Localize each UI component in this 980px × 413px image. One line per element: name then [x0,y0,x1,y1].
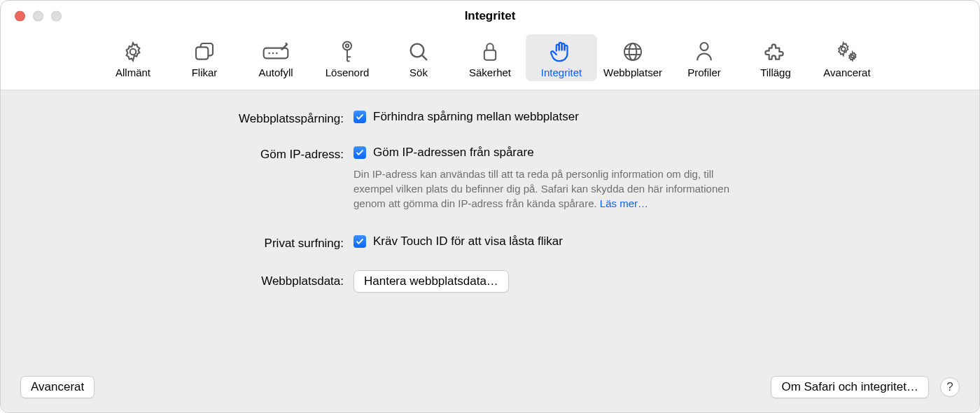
gear-icon [122,38,144,65]
preferences-toolbar: Allmänt Flikar [1,31,979,90]
window-controls [15,11,62,22]
close-window-button[interactable] [15,11,25,22]
svg-point-0 [130,49,136,55]
tab-tabs[interactable]: Flikar [169,34,240,81]
zoom-window-button[interactable] [51,11,62,22]
svg-point-10 [624,43,641,60]
puzzle-icon [764,38,787,65]
svg-point-13 [841,47,846,51]
require-touchid-label: Kräv Touch ID för att visa låsta flikar [373,234,563,248]
tab-general[interactable]: Allmänt [97,34,169,81]
hide-ip-description: Din IP-adress kan användas till att ta r… [354,167,746,211]
svg-rect-1 [196,47,208,59]
globe-icon [622,38,644,65]
lock-icon [480,38,500,65]
learn-more-link[interactable]: Läs mer… [600,197,648,209]
tab-label: Lösenord [326,66,370,78]
prevent-tracking-label: Förhindra spårning mellan webbplatser [373,110,579,124]
gears-icon [835,38,859,65]
autofill-icon [262,38,290,65]
content-area: Webbplatsspårning: Förhindra spårning me… [1,90,979,412]
minimize-window-button[interactable] [33,11,43,22]
tab-label: Allmänt [115,66,150,78]
svg-point-12 [700,43,708,50]
private-browsing-label: Privat surfning: [1,234,344,251]
require-touchid-checkbox[interactable] [354,235,366,248]
tab-label: Autofyll [258,66,293,78]
search-icon [407,38,430,65]
tab-websites[interactable]: Webbplatser [597,34,668,81]
prevent-tracking-checkbox[interactable] [354,111,366,123]
tab-profiles[interactable]: Profiler [668,34,740,81]
help-button[interactable]: ? [940,377,960,397]
tab-label: Säkerhet [469,66,511,78]
tab-label: Webbplatser [603,66,662,78]
tab-label: Profiler [687,66,721,78]
person-icon [694,38,715,65]
hand-icon [550,38,573,65]
key-icon [337,38,358,65]
tab-search[interactable]: Sök [383,34,454,81]
tab-label: Sök [410,66,428,78]
hide-ip-checkbox-label: Göm IP-adressen från spårare [373,146,534,160]
svg-point-5 [276,52,278,55]
svg-rect-9 [484,50,496,60]
footer: Avancerat Om Safari och integritet… ? [1,376,979,398]
titlebar[interactable]: Integritet [1,1,979,31]
hide-ip-label: Göm IP-adress: [1,146,344,162]
svg-point-14 [851,55,854,58]
tab-security[interactable]: Säkerhet [454,34,526,81]
svg-point-11 [629,43,637,60]
tab-extensions[interactable]: Tillägg [740,34,811,81]
tab-autofill[interactable]: Autofyll [240,34,312,81]
svg-point-7 [346,44,349,47]
tab-label: Avancerat [823,66,870,78]
advanced-button[interactable]: Avancerat [20,376,94,398]
svg-point-3 [268,52,270,55]
svg-point-4 [272,52,274,55]
website-data-label: Webbplatsdata: [1,270,344,288]
tab-label: Integritet [541,66,582,78]
preferences-window: Integritet Allmänt Flikar [0,0,980,413]
hide-ip-checkbox[interactable] [354,146,366,159]
tab-passwords[interactable]: Lösenord [312,34,383,81]
about-privacy-button[interactable]: Om Safari och integritet… [771,376,929,398]
svg-point-8 [411,44,424,57]
tab-label: Flikar [192,66,218,78]
website-tracking-label: Webbplatsspårning: [1,110,344,126]
tabs-icon [193,38,216,65]
window-title: Integritet [465,9,516,23]
tab-privacy[interactable]: Integritet [526,34,597,81]
svg-point-6 [343,41,351,50]
tab-label: Tillägg [760,66,791,78]
manage-website-data-button[interactable]: Hantera webbplatsdata… [354,270,509,293]
tab-advanced[interactable]: Avancerat [811,34,883,81]
